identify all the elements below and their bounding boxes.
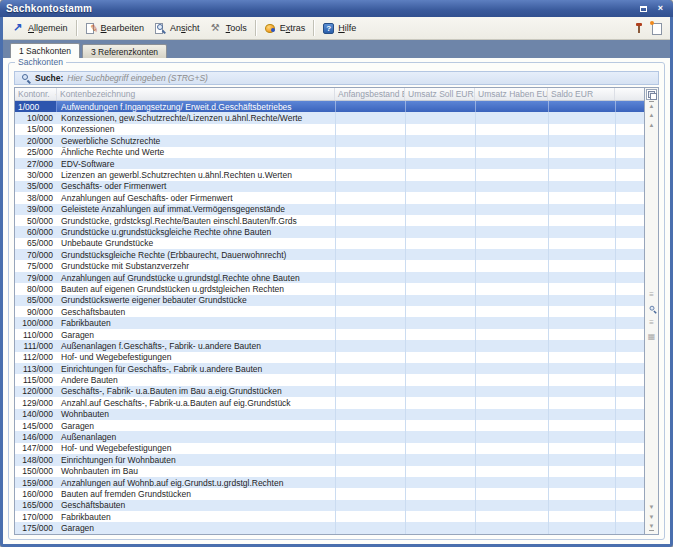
search-input[interactable]: Suche: Hier Suchbegriff eingeben (STRG+S… — [14, 71, 659, 85]
table-row[interactable]: 39/000Geleistete Anzahlungen auf immat.V… — [15, 204, 644, 215]
cell-saldo — [548, 397, 615, 408]
table-row[interactable]: 165/000Geschäftsbauten — [15, 500, 644, 511]
cell-kontonr: 111/000 — [15, 340, 57, 351]
cell-umsatz-soll — [405, 249, 475, 260]
table-row[interactable]: 79/000Anzahlungen auf Grundstücke u.grun… — [15, 272, 644, 283]
toolbar-button-allgemein[interactable]: Allgemein — [7, 20, 73, 37]
table-row[interactable]: 30/000Lizenzen an gewerbl.Schutzrechten … — [15, 169, 644, 180]
block-select-button[interactable]: ▦ — [646, 332, 658, 343]
sort-desc-icon — [50, 89, 57, 99]
column-header-5[interactable]: Umsatz Haben EUR — [475, 88, 548, 100]
cell-kontonr: 65/000 — [15, 238, 57, 249]
table-row[interactable]: 15/000Konzessionen — [15, 124, 644, 135]
cell-filler — [615, 272, 644, 283]
cell-umsatz-soll — [405, 397, 475, 408]
toolbar-button-hilfe[interactable]: ?Hilfe — [317, 20, 361, 37]
column-header-1[interactable]: Kontonr. — [15, 88, 57, 100]
cell-kontenbezeichnung: Außenanlagen — [57, 431, 335, 442]
table-row[interactable]: 100/000Fabrikbauten — [15, 317, 644, 328]
table-row[interactable]: 112/000Hof- und Wegebefestigungen — [15, 352, 644, 363]
table-row[interactable]: 160/000Bauten auf fremden Grundstücken — [15, 488, 644, 499]
table-row[interactable]: 150/000Wohnbauten im Bau — [15, 466, 644, 477]
pin-icon[interactable] — [634, 22, 644, 34]
table-row[interactable]: 20/000Gewerbliche Schutzrechte — [15, 135, 644, 146]
toolbar-button-bearbeiten[interactable]: ✎Bearbeiten — [80, 20, 150, 37]
cell-kontonr: 146/000 — [15, 431, 57, 442]
cell-anfangsbestand — [335, 181, 405, 192]
table-row[interactable]: 70/000Grundstücksgleiche Rechte (Erbbaur… — [15, 249, 644, 260]
column-header-label: Kontonr. — [18, 89, 50, 99]
cell-kontenbezeichnung: Außenanlagen f.Geschäfts-, Fabrik- u.and… — [57, 340, 335, 351]
list-view-button[interactable]: ≡ — [646, 290, 658, 301]
table-row[interactable]: 35/000Geschäfts- oder Firmenwert — [15, 181, 644, 192]
tab-sachkonten[interactable]: 1 Sachkonten — [10, 43, 80, 58]
column-header-4[interactable]: Umsatz Soll EUR — [405, 88, 475, 100]
table-row[interactable]: 148/000Einrichtungen für Wohnbauten — [15, 454, 644, 465]
toolbar-right-icons — [634, 22, 666, 34]
new-note-icon[interactable] — [652, 22, 662, 34]
table-row[interactable]: 159/000Anzahlungen auf Wohnb.auf eig.Gru… — [15, 477, 644, 488]
cell-anfangsbestand — [335, 386, 405, 397]
tab-referenzkonten[interactable]: 3 Referenzkonten — [82, 44, 167, 58]
cell-anfangsbestand — [335, 112, 405, 123]
restore-button[interactable] — [637, 3, 650, 14]
table-row[interactable]: 120/000Geschäfts-, Fabrik- u.a.Bauten im… — [15, 386, 644, 397]
close-button[interactable]: × — [654, 3, 667, 14]
toolbar-button-extras[interactable]: Extras — [259, 20, 311, 37]
cell-filler — [615, 101, 644, 112]
table-row[interactable]: 38/000Anzahlungen auf Geschäfts- oder Fi… — [15, 192, 644, 203]
cell-kontenbezeichnung: Konzessionen, gew.Schutzrechte/Lizenzen … — [57, 112, 335, 123]
scroll-top-button[interactable]: ▲ — [646, 100, 658, 110]
table-row[interactable]: 115/000Andere Bauten — [15, 374, 644, 385]
cell-saldo — [548, 522, 615, 533]
table-row[interactable]: 90/000Geschäftsbauten — [15, 306, 644, 317]
table-row[interactable]: 146/000Außenanlagen — [15, 431, 644, 442]
column-header-6[interactable]: Saldo EUR — [548, 88, 615, 100]
table-row[interactable]: 170/000Fabrikbauten — [15, 511, 644, 522]
table-row[interactable]: 113/000Einrichtungen für Geschäfts-, Fab… — [15, 363, 644, 374]
cell-umsatz-soll — [405, 101, 475, 112]
column-header-7[interactable] — [615, 88, 644, 100]
table-row[interactable]: 145/000Garagen — [15, 420, 644, 431]
scroll-down-button[interactable]: ▼ — [646, 502, 658, 512]
cell-saldo — [548, 260, 615, 271]
table-row[interactable]: 147/000Hof- und Wegebefestigungen — [15, 443, 644, 454]
column-view-button[interactable]: ≡ — [646, 318, 658, 329]
table-row[interactable]: 111/000Außenanlagen f.Geschäfts-, Fabrik… — [15, 340, 644, 351]
column-header-2[interactable]: Kontenbezeichnung — [57, 88, 335, 100]
scroll-down-alt-button[interactable]: ▼ — [646, 512, 658, 522]
table-row[interactable]: 110/000Garagen — [15, 329, 644, 340]
search-label: Suche: — [35, 73, 63, 83]
cell-kontenbezeichnung: Gewerbliche Schutzrechte — [57, 135, 335, 146]
toolbar-button-ansicht[interactable]: Ansicht — [149, 20, 205, 37]
cell-filler — [615, 283, 644, 294]
table-row[interactable]: 75/000Grundstücke mit Substanzverzehr — [15, 260, 644, 271]
cell-umsatz-haben — [475, 169, 548, 180]
table-row[interactable]: 129/000Anzahl.auf Geschäfts-, Fabrik-u.a… — [15, 397, 644, 408]
table-row[interactable]: 1/000Aufwendungen f.Ingangsetzung/ Erwei… — [15, 101, 644, 112]
scroll-up-button[interactable]: ▲ — [646, 110, 658, 120]
toolbar-button-tools[interactable]: Tools — [205, 20, 252, 37]
table-row[interactable]: 65/000Unbebaute Grundstücke — [15, 238, 644, 249]
table-row[interactable]: 25/000Ähnliche Rechte und Werte — [15, 147, 644, 158]
scroll-bottom-button[interactable]: ▼ — [646, 522, 658, 532]
scroll-up-alt-button[interactable]: ▲ — [646, 120, 658, 130]
cell-umsatz-soll — [405, 374, 475, 385]
cell-umsatz-soll — [405, 135, 475, 146]
column-chooser-button[interactable] — [646, 89, 657, 100]
cell-filler — [615, 147, 644, 158]
table-row[interactable]: 175/000Garagen — [15, 522, 644, 533]
table-row[interactable]: 80/000Bauten auf eigenen Grundstücken u.… — [15, 283, 644, 294]
column-header-3[interactable]: Anfangsbestand EUR — [335, 88, 405, 100]
table-row[interactable]: 10/000Konzessionen, gew.Schutzrechte/Liz… — [15, 112, 644, 123]
table-row[interactable]: 60/000Grundstücke u.grundstücksgleiche R… — [15, 226, 644, 237]
zoom-button[interactable] — [646, 304, 658, 315]
table-row[interactable]: 50/000Grundstücke, grdstcksgl.Rechte/Bau… — [15, 215, 644, 226]
cell-filler — [615, 329, 644, 340]
cell-umsatz-soll — [405, 409, 475, 420]
cell-anfangsbestand — [335, 124, 405, 135]
table-row[interactable]: 27/000EDV-Software — [15, 158, 644, 169]
table-row[interactable]: 85/000Grundstückswerte eigener bebauter … — [15, 295, 644, 306]
cell-saldo — [548, 511, 615, 522]
table-row[interactable]: 140/000Wohnbauten — [15, 409, 644, 420]
